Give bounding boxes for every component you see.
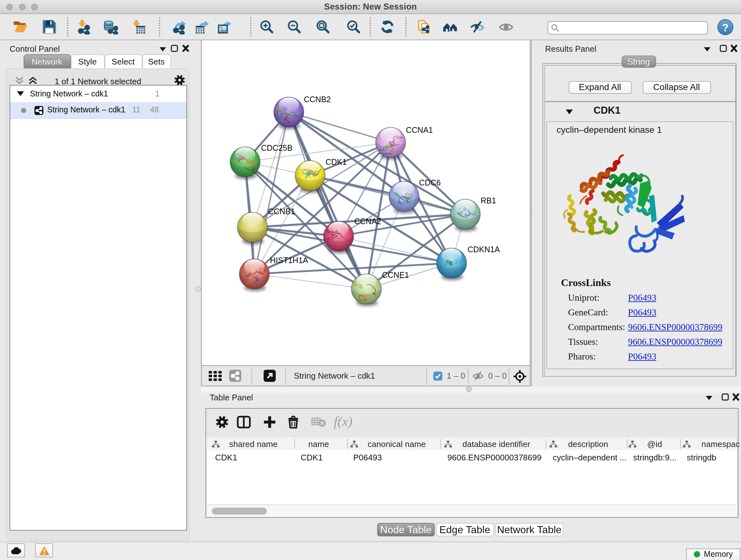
svg-text:CDC6: CDC6 — [419, 178, 441, 187]
svg-text:CDKN1A: CDKN1A — [468, 245, 500, 253]
svg-text:CCNA2: CCNA2 — [354, 216, 381, 226]
svg-text:CDC25B: CDC25B — [261, 143, 293, 152]
svg-text:CCNB1: CCNB1 — [268, 206, 295, 215]
svg-text:RB1: RB1 — [481, 196, 496, 205]
svg-text:HIST1H1A: HIST1H1A — [270, 255, 308, 264]
svg-text:CCNA1: CCNA1 — [406, 125, 433, 134]
svg-text:CCNE1: CCNE1 — [382, 270, 409, 279]
svg-text:CCNB2: CCNB2 — [304, 95, 331, 104]
svg-text:CDK1: CDK1 — [326, 157, 347, 166]
